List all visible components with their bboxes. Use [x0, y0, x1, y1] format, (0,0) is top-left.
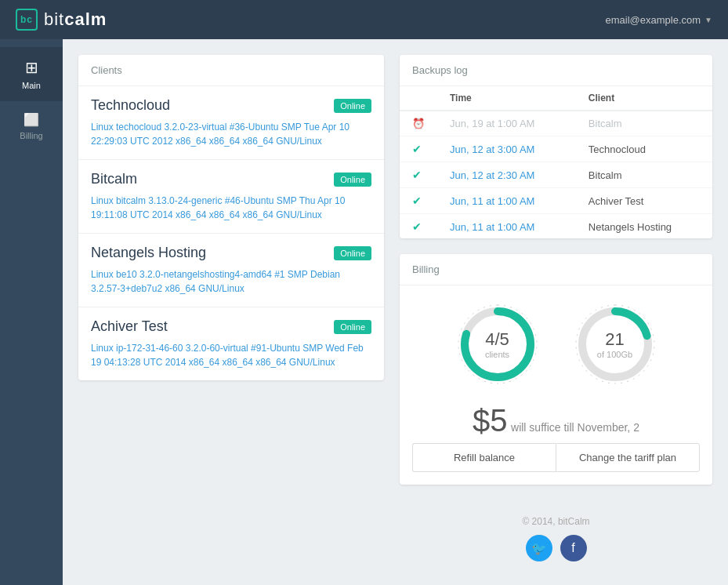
- client-info: Linux techocloud 3.2.0-23-virtual #36-Ub…: [91, 120, 371, 148]
- refill-balance-button[interactable]: Refill balance: [412, 443, 556, 472]
- client-cell: Bitcalm: [576, 111, 712, 136]
- sidebar-label-main: Main: [22, 81, 41, 90]
- main-content: Clients Technocloud Online Linux techocl…: [63, 39, 728, 585]
- top-nav: bc bitcalm email@example.com ▼: [0, 0, 728, 39]
- client-cell: Technocloud: [576, 136, 712, 162]
- client-card: Technocloud Online Linux techocloud 3.2.…: [78, 86, 384, 160]
- clients-card: Clients Technocloud Online Linux techocl…: [78, 55, 384, 380]
- status-cell: ✔: [400, 136, 437, 162]
- app-layout: ⊞ Main ⬜ Billing Clients Technocloud Onl…: [0, 39, 728, 585]
- table-row: ✔ Jun, 12 at 3:00 AM Technocloud: [400, 136, 712, 162]
- clients-chart: 4/5 clients: [455, 301, 541, 387]
- social-icons: 🐦 f: [400, 535, 712, 561]
- storage-donut-center: 21 of 100Gb: [597, 329, 632, 359]
- status-badge: Online: [334, 99, 371, 113]
- billing-actions: Refill balance Change the tariff plan: [400, 443, 712, 472]
- billing-icon: ⬜: [24, 112, 39, 127]
- client-name: Technocloud: [91, 97, 170, 114]
- storage-donut-sublabel: of 100Gb: [597, 350, 632, 359]
- billing-charts: 4/5 clients: [400, 285, 712, 395]
- client-name: Bitcalm: [91, 171, 137, 187]
- grid-icon: ⊞: [25, 58, 38, 77]
- table-row: ✔ Jun, 11 at 1:00 AM Achiver Test: [400, 188, 712, 214]
- client-info: Linux ip-172-31-46-60 3.2.0-60-virtual #…: [91, 341, 371, 369]
- client-name: Netangels Hosting: [91, 245, 206, 261]
- status-badge: Online: [334, 246, 371, 260]
- caret-icon: ▼: [704, 16, 712, 24]
- check-icon: ✔: [412, 169, 422, 181]
- storage-chart: 21 of 100Gb: [572, 301, 658, 387]
- clients-donut-label: clients: [485, 350, 509, 359]
- clients-title: Clients: [91, 64, 122, 76]
- storage-donut-value: 21: [597, 329, 632, 350]
- status-badge: Online: [334, 173, 371, 187]
- client-card: Netangels Hosting Online Linux be10 3.2.…: [78, 234, 384, 307]
- client-info: Linux be10 3.2.0-netangelshosting4-amd64…: [91, 267, 371, 296]
- billing-suffix: will suffice till November, 2: [511, 421, 639, 434]
- status-cell: ⏰: [400, 111, 437, 136]
- client-card-header: Netangels Hosting Online: [91, 245, 371, 261]
- client-card-header: Bitcalm Online: [91, 171, 371, 187]
- table-row: ✔ Jun, 12 at 2:30 AM Bitcalm: [400, 162, 712, 188]
- user-email: email@example.com: [606, 14, 701, 26]
- facebook-icon[interactable]: f: [560, 535, 587, 561]
- logo-icon: bc: [16, 9, 38, 31]
- check-icon: ✔: [412, 220, 422, 233]
- copyright: © 2014, bitCalm: [400, 516, 712, 527]
- check-icon: ✔: [412, 194, 422, 207]
- status-badge: Online: [334, 320, 371, 334]
- status-cell: ✔: [400, 162, 437, 188]
- check-icon: ✔: [412, 143, 422, 155]
- th-client: Client: [576, 86, 712, 111]
- table-row: ✔ Jun, 11 at 1:00 AM Netangels Hosting: [400, 214, 712, 239]
- twitter-icon[interactable]: 🐦: [526, 535, 552, 561]
- backups-table: Time Client ⏰ Jun, 19 at 1:00 AM Bitcalm…: [400, 86, 712, 238]
- billing-title: Billing: [412, 263, 440, 275]
- backups-title: Backups log: [412, 64, 468, 76]
- client-card: Achiver Test Online Linux ip-172-31-46-6…: [78, 307, 384, 380]
- right-panels: Backups log Time Client ⏰ Jun, 19 at 1:0…: [400, 55, 712, 569]
- clients-panel: Clients Technocloud Online Linux techocl…: [78, 55, 384, 569]
- time-cell: Jun, 19 at 1:00 AM: [437, 111, 576, 136]
- client-card-header: Achiver Test Online: [91, 318, 371, 335]
- footer: © 2014, bitCalm 🐦 f: [400, 500, 712, 569]
- client-cell: Achiver Test: [576, 188, 712, 214]
- storage-donut: 21 of 100Gb: [572, 301, 658, 387]
- th-status: [400, 86, 437, 111]
- logo-text: bitcalm: [44, 9, 107, 30]
- sidebar: ⊞ Main ⬜ Billing: [0, 39, 63, 585]
- backups-header: Backups log: [400, 55, 712, 86]
- backups-panel: Backups log Time Client ⏰ Jun, 19 at 1:0…: [400, 55, 712, 238]
- change-tariff-button[interactable]: Change the tariff plan: [556, 443, 700, 472]
- logo: bc bitcalm: [16, 9, 107, 31]
- status-cell: ✔: [400, 214, 437, 239]
- billing-header: Billing: [400, 254, 712, 285]
- clients-donut-center: 4/5 clients: [485, 329, 509, 359]
- clients-donut-value: 4/5: [485, 329, 509, 350]
- billing-dollar: $5: [473, 403, 508, 438]
- client-cell: Bitcalm: [576, 162, 712, 188]
- time-cell: Jun, 12 at 2:30 AM: [437, 162, 576, 188]
- client-info: Linux bitcalm 3.13.0-24-generic #46-Ubun…: [91, 194, 371, 222]
- client-cards-container: Technocloud Online Linux techocloud 3.2.…: [78, 86, 384, 380]
- client-cell: Netangels Hosting: [576, 214, 712, 239]
- time-cell: Jun, 11 at 1:00 AM: [437, 188, 576, 214]
- sidebar-item-main[interactable]: ⊞ Main: [0, 47, 63, 101]
- clock-icon: ⏰: [412, 118, 425, 129]
- status-cell: ✔: [400, 188, 437, 214]
- backups-tbody: ⏰ Jun, 19 at 1:00 AM Bitcalm ✔ Jun, 12 a…: [400, 111, 712, 238]
- table-row: ⏰ Jun, 19 at 1:00 AM Bitcalm: [400, 111, 712, 136]
- clients-donut: 4/5 clients: [455, 301, 541, 387]
- user-menu[interactable]: email@example.com ▼: [606, 14, 712, 26]
- client-name: Achiver Test: [91, 318, 168, 335]
- billing-amount: $5 will suffice till November, 2: [400, 395, 712, 443]
- billing-panel: Billing: [400, 254, 712, 485]
- time-cell: Jun, 11 at 1:00 AM: [437, 214, 576, 239]
- sidebar-label-billing: Billing: [20, 131, 42, 140]
- th-time: Time: [437, 86, 576, 111]
- client-card-header: Technocloud Online: [91, 97, 371, 114]
- client-card: Bitcalm Online Linux bitcalm 3.13.0-24-g…: [78, 160, 384, 234]
- clients-panel-header: Clients: [78, 55, 384, 86]
- sidebar-item-billing[interactable]: ⬜ Billing: [0, 101, 63, 151]
- time-cell: Jun, 12 at 3:00 AM: [437, 136, 576, 162]
